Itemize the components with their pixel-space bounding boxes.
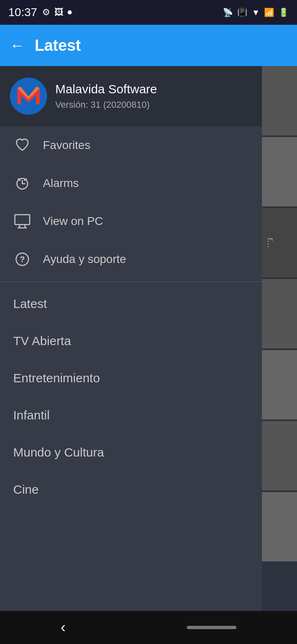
category-label-tv-abierta: TV Abierta [13,334,71,348]
help-label: Ayuda y soporte [43,253,126,266]
bg-tile-5 [262,350,297,419]
alarms-label: Alarms [43,177,79,190]
category-item-mundo-y-cultura[interactable]: Mundo y Cultura [0,434,262,471]
status-icons-right: 📡 📳 ▼ 📶 🔋 [223,7,289,17]
menu-item-help[interactable]: ? Ayuda y soporte [0,240,262,278]
page-title: Latest [35,37,81,54]
category-label-entretenimiento: Entretenimiento [13,371,100,385]
status-bar: 10:37 ⚙ 🖼 📡 📳 ▼ 📶 🔋 [0,0,297,25]
menu-item-favorites[interactable]: Favorites [0,126,262,164]
question-icon: ? [13,252,31,267]
profile-info: Malavida Software Versión: 31 (20200810) [55,82,157,110]
bg-tile-2 [262,137,297,206]
battery-icon: 🔋 [278,7,289,17]
category-item-infantil[interactable]: Infantil [0,397,262,434]
category-item-latest[interactable]: Latest [0,285,262,322]
bg-tile-3: r... [262,208,297,277]
bg-tile-4 [262,279,297,348]
bg-tile-6 [262,421,297,490]
category-item-entretenimiento[interactable]: Entretenimiento [0,360,262,397]
profile-version: Versión: 31 (20200810) [55,99,157,110]
vibrate-icon: 📳 [237,7,248,17]
app-bar: ← Latest [0,25,297,66]
notification-dot [68,10,72,14]
profile-section: Malavida Software Versión: 31 (20200810) [0,66,262,126]
cast-icon: 📡 [223,7,233,17]
svg-text:?: ? [20,255,25,264]
category-label-latest: Latest [13,297,47,310]
bg-tile-1 [262,66,297,135]
gear-icon: ⚙ [42,7,50,18]
signal-icon: 📶 [264,7,274,17]
alarm-icon [13,176,31,191]
bg-content: r... [262,66,297,611]
bg-tile-7 [262,492,297,561]
monitor-icon [13,214,31,229]
profile-name: Malavida Software [55,82,157,96]
category-label-infantil: Infantil [13,408,50,422]
wifi-icon: ▼ [252,8,260,17]
app-logo [10,78,47,115]
nav-home-bar[interactable] [187,626,236,629]
bg-tile-text: r... [265,238,276,248]
nav-back-button[interactable]: ‹ [61,619,66,636]
bottom-nav: ‹ [0,611,297,644]
category-item-cine[interactable]: Cine [0,471,262,508]
heart-icon [13,138,31,153]
favorites-label: Favorites [43,139,90,152]
main-content: Malavida Software Versión: 31 (20200810)… [0,66,297,611]
category-label-mundo-y-cultura: Mundo y Cultura [13,445,104,459]
image-icon: 🖼 [54,7,64,18]
drawer: Malavida Software Versión: 31 (20200810)… [0,66,262,611]
back-button[interactable]: ← [10,37,25,54]
category-label-cine: Cine [13,483,39,496]
menu-item-view-on-pc[interactable]: View on PC [0,202,262,240]
menu-item-alarms[interactable]: Alarms [0,164,262,202]
view-on-pc-label: View on PC [43,215,103,228]
category-item-tv-abierta[interactable]: TV Abierta [0,322,262,360]
svg-rect-8 [15,215,30,225]
status-time: 10:37 [8,6,37,19]
menu-divider [0,282,262,282]
